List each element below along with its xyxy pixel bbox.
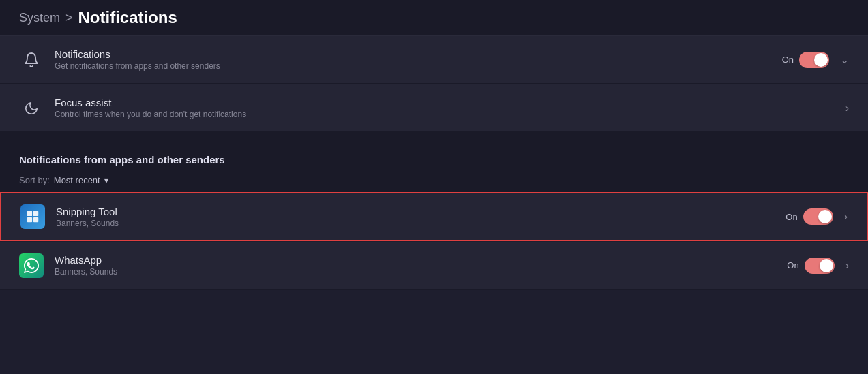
focus-assist-chevron[interactable]: › bbox=[845, 102, 849, 114]
apps-section-label: Notifications from apps and other sender… bbox=[0, 143, 868, 171]
bell-icon bbox=[19, 48, 44, 72]
whatsapp-desc: Banners, Sounds bbox=[55, 267, 787, 277]
notifications-control: On ⌄ bbox=[782, 52, 849, 68]
snipping-tool-control: On › bbox=[785, 208, 848, 225]
focus-assist-desc: Control times when you do and don't get … bbox=[55, 110, 840, 119]
sort-chevron[interactable]: ▾ bbox=[104, 176, 108, 185]
notifications-state: On bbox=[782, 54, 794, 65]
whatsapp-title: WhatsApp bbox=[55, 254, 787, 266]
sort-value[interactable]: Most recent bbox=[54, 175, 100, 185]
apps-section-title: Notifications from apps and other sender… bbox=[19, 154, 849, 166]
focus-assist-control: › bbox=[840, 102, 849, 114]
snipping-tool-chevron[interactable]: › bbox=[844, 211, 848, 223]
whatsapp-control: On › bbox=[787, 258, 849, 274]
focus-assist-text: Focus assist Control times when you do a… bbox=[55, 97, 840, 119]
snipping-tool-row[interactable]: Snipping Tool Banners, Sounds On › bbox=[0, 192, 868, 241]
notifications-toggle-knob bbox=[814, 53, 828, 67]
snipping-tool-toggle[interactable] bbox=[803, 208, 833, 225]
moon-icon bbox=[19, 96, 44, 121]
notifications-toggle[interactable] bbox=[799, 52, 829, 68]
spacer-1 bbox=[0, 132, 868, 143]
whatsapp-icon bbox=[19, 253, 44, 278]
whatsapp-state: On bbox=[787, 260, 798, 270]
svg-rect-0 bbox=[27, 211, 32, 216]
whatsapp-chevron[interactable]: › bbox=[845, 260, 849, 272]
sort-by-label: Sort by: bbox=[19, 175, 50, 185]
notifications-text: Notifications Get notifications from app… bbox=[55, 48, 782, 71]
notifications-desc: Get notifications from apps and other se… bbox=[55, 61, 782, 71]
snipping-tool-icon bbox=[20, 204, 45, 229]
snipping-tool-title: Snipping Tool bbox=[56, 206, 785, 217]
notifications-title: Notifications bbox=[55, 48, 782, 60]
breadcrumb-separator: > bbox=[65, 11, 73, 25]
notifications-chevron-down[interactable]: ⌄ bbox=[840, 53, 849, 66]
whatsapp-toggle[interactable] bbox=[805, 258, 835, 274]
snipping-tool-state: On bbox=[785, 212, 797, 222]
focus-assist-title: Focus assist bbox=[55, 97, 840, 108]
snipping-tool-toggle-knob bbox=[818, 210, 832, 223]
whatsapp-toggle-knob bbox=[820, 259, 833, 272]
sort-bar: Sort by: Most recent ▾ bbox=[0, 171, 868, 192]
svg-rect-2 bbox=[27, 217, 32, 222]
whatsapp-text: WhatsApp Banners, Sounds bbox=[55, 254, 787, 277]
notifications-row[interactable]: Notifications Get notifications from app… bbox=[0, 36, 868, 84]
breadcrumb-system[interactable]: System bbox=[19, 11, 60, 25]
svg-rect-1 bbox=[33, 211, 38, 216]
snipping-tool-text: Snipping Tool Banners, Sounds bbox=[56, 206, 785, 228]
focus-assist-row[interactable]: Focus assist Control times when you do a… bbox=[0, 84, 868, 132]
page-title: Notifications bbox=[78, 8, 177, 27]
header: System > Notifications bbox=[0, 0, 868, 36]
snipping-tool-desc: Banners, Sounds bbox=[56, 219, 785, 228]
svg-rect-3 bbox=[33, 217, 38, 222]
whatsapp-row[interactable]: WhatsApp Banners, Sounds On › bbox=[0, 242, 868, 290]
